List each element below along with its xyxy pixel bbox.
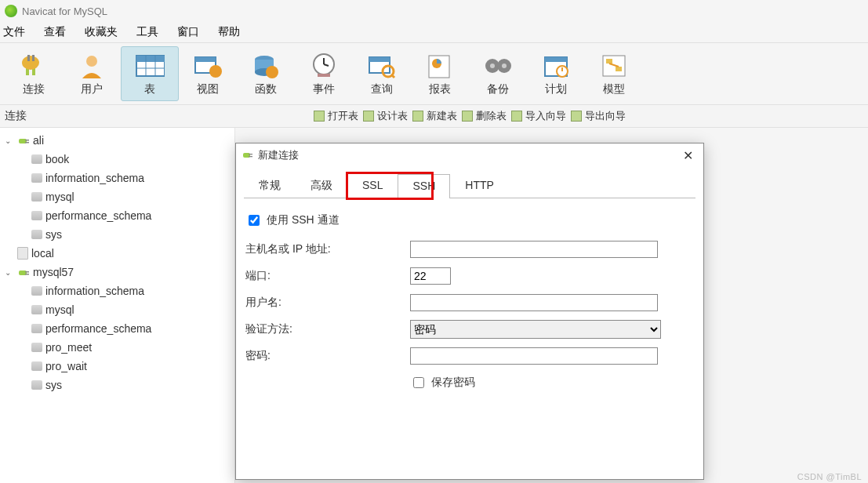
svg-rect-45 xyxy=(25,274,29,275)
table-small-icon xyxy=(314,111,325,122)
svg-rect-41 xyxy=(25,140,29,141)
svg-rect-12 xyxy=(195,57,216,62)
host-input[interactable] xyxy=(410,241,658,258)
tool-label: 事件 xyxy=(313,82,335,96)
collapse-icon[interactable]: ⌄ xyxy=(5,268,14,277)
menu-file[interactable]: 文件 xyxy=(3,25,25,39)
user-label: 用户名: xyxy=(245,296,410,310)
table-small-icon xyxy=(571,111,582,122)
port-label: 端口: xyxy=(245,269,410,283)
svg-point-2 xyxy=(22,56,39,70)
db-node[interactable]: book xyxy=(0,150,234,169)
svg-rect-3 xyxy=(27,55,30,61)
tab-http[interactable]: HTTP xyxy=(450,173,509,198)
tool-label: 备份 xyxy=(487,82,509,96)
svg-point-13 xyxy=(209,65,222,78)
database-icon xyxy=(31,305,42,314)
collapse-icon[interactable]: ⌄ xyxy=(5,136,14,145)
conn-label: mysql57 xyxy=(33,266,74,278)
user-input[interactable] xyxy=(410,294,658,311)
use-ssh-checkbox[interactable] xyxy=(249,215,260,226)
svg-point-29 xyxy=(490,64,495,68)
close-button[interactable]: ✕ xyxy=(678,146,697,165)
svg-point-5 xyxy=(86,56,97,67)
report-icon xyxy=(425,51,455,81)
table-small-icon xyxy=(462,111,473,122)
tool-label: 函数 xyxy=(255,82,277,96)
tool-event[interactable]: 事件 xyxy=(295,46,353,101)
tool-label: 查询 xyxy=(371,82,393,96)
db-node[interactable]: performance_schema xyxy=(0,206,234,225)
btn-delete-table[interactable]: 删除表 xyxy=(462,109,507,123)
btn-open-table[interactable]: 打开表 xyxy=(314,109,358,123)
menu-view[interactable]: 查看 xyxy=(44,25,66,39)
svg-rect-47 xyxy=(249,154,252,154)
tab-general[interactable]: 常规 xyxy=(244,173,296,198)
tool-user[interactable]: 用户 xyxy=(63,46,121,101)
port-input[interactable] xyxy=(410,267,451,285)
save-pass-checkbox[interactable] xyxy=(413,377,424,388)
svg-rect-42 xyxy=(25,142,29,143)
menu-window[interactable]: 窗口 xyxy=(177,25,199,39)
tool-connection[interactable]: 连接 xyxy=(5,46,63,101)
table-small-icon xyxy=(363,111,374,122)
conn-node-ali[interactable]: ⌄ ali xyxy=(0,131,234,150)
plug-icon xyxy=(242,150,253,161)
menubar: 文件 查看 收藏夹 工具 窗口 帮助 xyxy=(0,22,868,42)
conn-label: ali xyxy=(33,134,44,147)
auth-select[interactable]: 密码 xyxy=(410,320,661,339)
use-ssh-label: 使用 SSH 通道 xyxy=(267,213,340,227)
db-node[interactable]: sys xyxy=(0,376,234,394)
conn-node-mysql57[interactable]: ⌄ mysql57 xyxy=(0,263,234,281)
menu-fav[interactable]: 收藏夹 xyxy=(85,25,118,39)
tool-schedule[interactable]: 计划 xyxy=(527,46,585,101)
server-icon xyxy=(17,247,28,260)
plug-green-icon xyxy=(17,266,30,278)
db-node[interactable]: pro_meet xyxy=(0,338,234,357)
model-icon xyxy=(599,51,629,81)
conn-node-local[interactable]: local xyxy=(0,244,234,263)
host-label: 主机名或 IP 地址: xyxy=(245,242,410,256)
dialog-titlebar: 新建连接 ✕ xyxy=(236,143,703,167)
main-toolbar: 连接 用户 表 视图 函数 事件 查询 报表 备份 计划 模型 xyxy=(0,43,868,104)
pass-input[interactable] xyxy=(410,347,658,365)
tool-backup[interactable]: 备份 xyxy=(469,46,527,101)
sub-toolbar: 连接 打开表 设计表 新建表 删除表 导入向导 导出向导 xyxy=(0,104,868,128)
db-node[interactable]: mysql xyxy=(0,300,234,319)
db-node[interactable]: information_schema xyxy=(0,281,234,300)
panel-label-connection: 连接 xyxy=(0,109,235,123)
tool-query[interactable]: 查询 xyxy=(353,46,411,101)
tool-label: 计划 xyxy=(545,82,567,96)
app-logo-icon xyxy=(5,5,17,17)
tool-model[interactable]: 模型 xyxy=(585,46,643,101)
connection-tree: ⌄ ali book information_schema mysql perf… xyxy=(0,128,235,483)
svg-rect-23 xyxy=(369,57,390,62)
db-node[interactable]: performance_schema xyxy=(0,319,234,338)
btn-export-wizard[interactable]: 导出向导 xyxy=(571,109,626,123)
db-node[interactable]: sys xyxy=(0,225,234,244)
tab-advanced[interactable]: 高级 xyxy=(296,173,347,198)
btn-design-table[interactable]: 设计表 xyxy=(363,109,408,123)
auth-label: 验证方法: xyxy=(245,322,410,336)
tool-report[interactable]: 报表 xyxy=(411,46,469,101)
btn-new-table[interactable]: 新建表 xyxy=(412,109,457,123)
db-node[interactable]: mysql xyxy=(0,187,234,206)
db-node[interactable]: information_schema xyxy=(0,169,234,187)
svg-line-25 xyxy=(391,74,394,78)
database-icon xyxy=(31,211,42,220)
tool-function[interactable]: 函数 xyxy=(237,46,295,101)
menu-help[interactable]: 帮助 xyxy=(218,25,240,39)
tool-table[interactable]: 表 xyxy=(121,46,179,101)
database-icon xyxy=(31,361,42,371)
tool-view[interactable]: 视图 xyxy=(179,46,237,101)
watermark: CSDN @TimBL xyxy=(797,472,862,481)
tool-label: 视图 xyxy=(197,82,219,96)
titlebar: Navicat for MySQL xyxy=(0,0,868,22)
database-icon xyxy=(31,173,42,183)
menu-tools[interactable]: 工具 xyxy=(136,25,158,39)
btn-import-wizard[interactable]: 导入向导 xyxy=(511,109,566,123)
clock-icon xyxy=(309,51,339,81)
plug-icon xyxy=(19,51,49,81)
db-node[interactable]: pro_wait xyxy=(0,357,234,376)
table-icon xyxy=(135,51,165,81)
